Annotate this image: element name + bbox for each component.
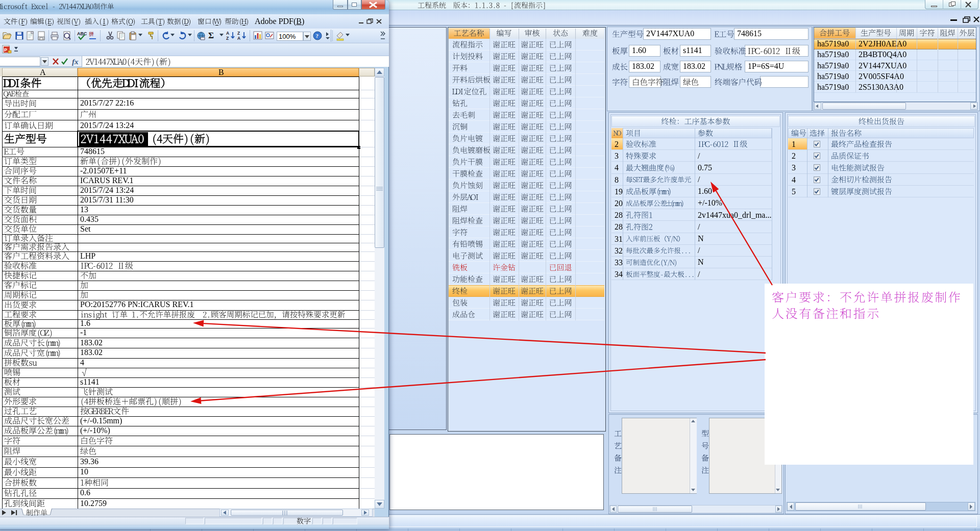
svg-text:?: ? [316,33,319,39]
svg-text:P: P [4,47,7,53]
svg-text:A: A [237,36,240,41]
svg-text:A: A [226,31,229,36]
svg-text:fx: fx [72,58,79,66]
svg-text:Z: Z [237,31,240,36]
svg-text:Z: Z [226,36,229,41]
svg-text:ABC: ABC [77,31,87,36]
svg-text:拼: 拼 [89,31,94,37]
